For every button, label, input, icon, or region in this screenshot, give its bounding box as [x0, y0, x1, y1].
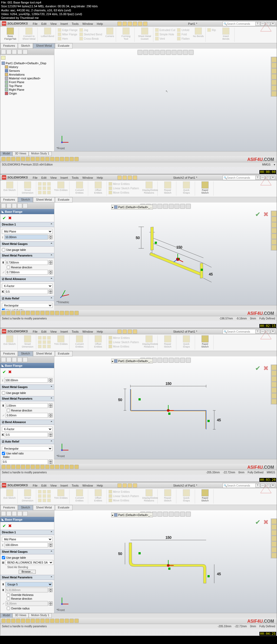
vp-icon[interactable]: [186, 358, 191, 363]
use-gauge-table-checkbox[interactable]: [2, 391, 5, 395]
ellipse-icon[interactable]: [38, 345, 42, 348]
task-icon[interactable]: [271, 519, 277, 524]
task-icon[interactable]: [271, 370, 277, 376]
toolbar-new-icon[interactable]: [117, 22, 122, 26]
resources-icon[interactable]: [271, 57, 277, 62]
qa-icon[interactable]: [11, 465, 15, 469]
ok-button[interactable]: ✔: [2, 215, 6, 221]
qa-icon[interactable]: [6, 465, 11, 469]
toolbar-rebuild-icon[interactable]: [138, 22, 142, 26]
qa-icon[interactable]: [55, 619, 59, 623]
vp-icon[interactable]: [186, 204, 191, 209]
convert-icon[interactable]: [76, 181, 83, 188]
repair-icon[interactable]: [164, 181, 171, 188]
spin-up-button[interactable]: ▴: [49, 289, 52, 292]
qa-icon[interactable]: [70, 619, 74, 623]
bend-allowance-select[interactable]: K-Factor: [2, 427, 52, 431]
confirm-cancel-icon[interactable]: ✖: [263, 365, 269, 372]
vp-icon[interactable]: [180, 204, 185, 209]
vp-icon[interactable]: [174, 204, 179, 209]
qa-icon[interactable]: [65, 311, 69, 315]
tree-origin[interactable]: Origin: [1, 92, 53, 95]
collapse-icon[interactable]: ⌃: [50, 297, 52, 300]
pm-tab-icon[interactable]: [23, 511, 28, 516]
qa-icon[interactable]: [40, 619, 45, 623]
cancel-button[interactable]: ✖: [8, 215, 12, 221]
qa-icon[interactable]: [50, 465, 54, 469]
section-auto-relief[interactable]: ☑ Auto Relief⌃: [0, 296, 54, 301]
tree-right-plane[interactable]: Right Plane: [1, 88, 53, 92]
menu-tools[interactable]: Tools: [72, 22, 79, 25]
convert-icon[interactable]: [76, 335, 83, 342]
tab-evaluate[interactable]: Evaluate: [55, 505, 72, 510]
move-icon[interactable]: [108, 345, 112, 348]
unfold-button[interactable]: Unfold: [177, 28, 190, 32]
qa-icon[interactable]: [65, 619, 69, 623]
task-icon[interactable]: [271, 222, 277, 228]
tab-features[interactable]: Features: [0, 43, 18, 49]
spin-down-button[interactable]: ▾: [49, 545, 52, 547]
qa-icon[interactable]: [31, 157, 35, 161]
tab-evaluate[interactable]: Evaluate: [55, 197, 72, 203]
handle-icon[interactable]: [138, 398, 141, 400]
flyout-tree[interactable]: ▸ Part1 (Default<<Default>_...: [111, 359, 153, 363]
line-icon[interactable]: [38, 336, 42, 340]
vp-icon[interactable]: [174, 358, 179, 363]
qa-icon[interactable]: [40, 311, 45, 315]
slot-icon[interactable]: [42, 340, 46, 344]
toolbar-icon[interactable]: [117, 483, 122, 488]
qa-icon[interactable]: [11, 619, 15, 623]
scene-icon[interactable]: [183, 50, 188, 55]
toolbar-icon[interactable]: [128, 329, 132, 334]
collapse-icon[interactable]: ⌃: [50, 386, 52, 389]
appearances-icon[interactable]: [271, 80, 277, 85]
task-icon[interactable]: [271, 541, 277, 547]
pm-tab-icon[interactable]: [6, 511, 11, 516]
tab-sketch[interactable]: Sketch: [18, 505, 33, 510]
qa-icon[interactable]: [1, 157, 6, 161]
smart-dimension-icon[interactable]: [24, 335, 31, 342]
pm-tab-icon[interactable]: [12, 357, 17, 362]
reverse-direction-checkbox[interactable]: [7, 409, 10, 412]
menu-window[interactable]: Window: [83, 22, 93, 25]
toolbar-save-icon[interactable]: [128, 22, 132, 26]
spin-down-button[interactable]: ▾: [49, 380, 52, 382]
toolbar-open-icon[interactable]: [123, 22, 127, 26]
section-parameters[interactable]: Sheet Metal Parameters⌃: [0, 253, 54, 258]
search-commands-input[interactable]: 🔍 Search Commands: [223, 21, 260, 26]
qa-icon[interactable]: [21, 157, 25, 161]
menu-view[interactable]: View: [50, 22, 57, 25]
pm-tab-icon[interactable]: [23, 203, 28, 208]
move-icon[interactable]: [108, 191, 112, 194]
vp-icon[interactable]: [157, 204, 162, 209]
search-commands-input[interactable]: 🔍 Search Commands: [223, 483, 260, 488]
toolbar-print-icon[interactable]: [133, 22, 137, 26]
viewport[interactable]: ▸ Part1 (Default<<Default>_... ✔✖ 50 150…: [54, 356, 277, 459]
circle-icon[interactable]: [42, 490, 46, 494]
qa-icon[interactable]: [26, 311, 30, 315]
collapse-icon[interactable]: ⌃: [50, 421, 52, 424]
viewport[interactable]: ▸ Part1 (Default<<Default>_... ✔✖ 50 150…: [54, 510, 277, 613]
relations-icon[interactable]: [146, 181, 153, 188]
tab-3d-views[interactable]: 3D Views: [12, 151, 29, 156]
spin-up-button[interactable]: ▴: [49, 378, 52, 380]
view-palette-icon[interactable]: [271, 74, 277, 79]
qa-icon[interactable]: [74, 157, 79, 161]
line-icon[interactable]: [38, 182, 42, 186]
offset-icon[interactable]: [95, 489, 102, 496]
pm-tab-icon[interactable]: [17, 203, 22, 208]
menu-help[interactable]: Help: [97, 484, 103, 487]
pm-tab-icon[interactable]: [1, 357, 6, 362]
qa-icon[interactable]: [70, 465, 74, 469]
browse-button[interactable]: Browse...: [19, 570, 36, 574]
sketched-bend-button[interactable]: Sketched Bend: [79, 32, 102, 36]
spin-down-button[interactable]: ▾: [49, 272, 52, 274]
pattern-icon[interactable]: [108, 186, 112, 190]
arc-icon[interactable]: [47, 336, 51, 340]
qa-icon[interactable]: [31, 465, 35, 469]
custom-props-icon[interactable]: [271, 85, 277, 91]
rip-button[interactable]: Rip: [207, 28, 216, 32]
search-commands-input[interactable]: 🔍 Search Commands: [223, 175, 260, 180]
rapid-sketch-icon[interactable]: [202, 181, 209, 188]
vp-icon[interactable]: [163, 358, 168, 363]
